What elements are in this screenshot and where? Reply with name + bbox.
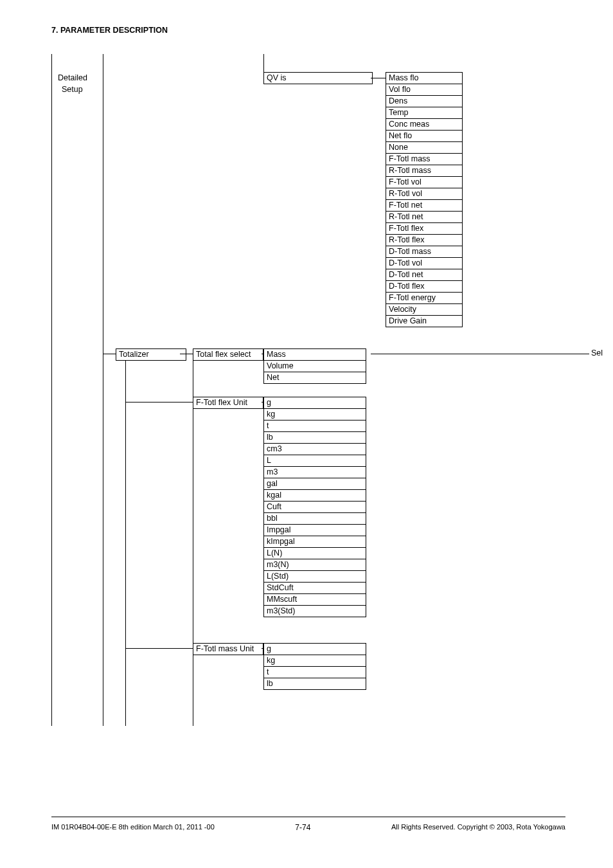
flex-unit-row: cm3 [263, 444, 366, 455]
flex-unit-row: m3 [263, 467, 366, 478]
flex-unit-row: kImpgal [263, 536, 366, 548]
hconnect-g1-left [180, 354, 193, 354]
group3-title: F-Totl mass Unit [193, 643, 263, 655]
qv-toptick [263, 54, 264, 72]
qv-option-row: Drive Gain [386, 316, 463, 327]
qv-option-row: D-Totl flex [386, 281, 463, 293]
flex-select-row: Mass [263, 348, 366, 361]
flex-unit-row: kgal [263, 490, 366, 502]
qv-option-row: Dens [386, 96, 463, 107]
qv-options-stack: Mass floVol floDensTempConc measNet floN… [386, 72, 463, 327]
flex-unit-row: L(N) [263, 548, 366, 559]
flex-unit-row: MMscuft [263, 594, 366, 606]
sel-label: Sel [591, 348, 603, 357]
trunk-line-2 [103, 54, 103, 726]
group1-title: Total flex select [193, 348, 263, 361]
footer-right: All Rights Reserved. Copyright © 2003, R… [391, 823, 565, 832]
footer-center: 7-74 [295, 823, 310, 832]
mass-unit-row: kg [263, 655, 366, 667]
group2-title: F-Totl flex Unit [193, 397, 263, 409]
hconnect-g3-left [125, 648, 193, 649]
mass-unit-row: lb [263, 678, 366, 690]
group3-stack: gkgtlb [263, 643, 366, 690]
flex-unit-row: lb [263, 432, 366, 444]
qv-option-row: Conc meas [386, 119, 463, 131]
hconnect-totalizer [103, 354, 116, 354]
qv-option-row: F-Totl vol [386, 177, 463, 188]
hconnect-qv [371, 78, 386, 78]
footer-rule [51, 817, 565, 817]
qv-is-cell: QV is [263, 72, 373, 84]
flex-unit-row: m3(Std) [263, 606, 366, 617]
flex-select-row: Volume [263, 361, 366, 372]
flex-unit-row: Cuft [263, 502, 366, 513]
qv-option-row: R-Totl mass [386, 165, 463, 177]
mass-unit-row: g [263, 643, 366, 655]
flex-unit-row: L(Std) [263, 571, 366, 583]
diagram-area: Detailed Setup QV is Mass floVol floDens… [51, 54, 578, 748]
flex-unit-row: g [263, 397, 366, 409]
qv-option-row: F-Totl energy [386, 293, 463, 304]
flex-unit-row: bbl [263, 513, 366, 525]
qv-option-row: R-Totl net [386, 212, 463, 223]
totalizer-cell: Totalizer [116, 348, 186, 361]
qv-option-row: Vol flo [386, 84, 463, 96]
detailed-label: Detailed [58, 73, 87, 82]
mass-unit-row: t [263, 667, 366, 678]
footer-left: IM 01R04B04-00E-E 8th edition March 01, … [51, 823, 215, 832]
flex-unit-row: L [263, 455, 366, 467]
qv-option-row: F-Totl mass [386, 154, 463, 165]
qv-option-row: None [386, 142, 463, 154]
flex-unit-row: gal [263, 478, 366, 490]
totalizer-vline [125, 361, 126, 726]
qv-option-row: F-Totl net [386, 200, 463, 212]
flex-unit-row: t [263, 420, 366, 432]
flex-select-row: Net [263, 372, 366, 384]
hconnect-g2-left [125, 402, 193, 402]
group2-stack: gkgtlbcm3Lm3galkgalCuftbblImpgalkImpgalL… [263, 397, 366, 617]
flex-unit-row: kg [263, 409, 366, 420]
trunk-line [51, 54, 52, 726]
qv-option-row: D-Totl vol [386, 258, 463, 269]
setup-label: Setup [62, 85, 83, 94]
qv-option-row: Net flo [386, 131, 463, 142]
page-footer: IM 01R04B04-00E-E 8th edition March 01, … [51, 823, 565, 832]
hconnect-sel [371, 354, 589, 354]
qv-option-row: D-Totl mass [386, 246, 463, 258]
flex-unit-row: Impgal [263, 525, 366, 536]
section-header: 7. PARAMETER DESCRIPTION [51, 26, 578, 35]
qv-option-row: R-Totl flex [386, 235, 463, 246]
flex-unit-row: m3(N) [263, 559, 366, 571]
qv-option-row: D-Totl net [386, 269, 463, 281]
qv-option-row: Mass flo [386, 72, 463, 84]
qv-option-row: F-Totl flex [386, 223, 463, 235]
flex-unit-row: StdCuft [263, 583, 366, 594]
qv-option-row: R-Totl vol [386, 188, 463, 200]
group1-stack: MassVolumeNet [263, 348, 366, 384]
groups-vline [193, 361, 193, 726]
qv-option-row: Temp [386, 107, 463, 119]
qv-option-row: Velocity [386, 304, 463, 316]
